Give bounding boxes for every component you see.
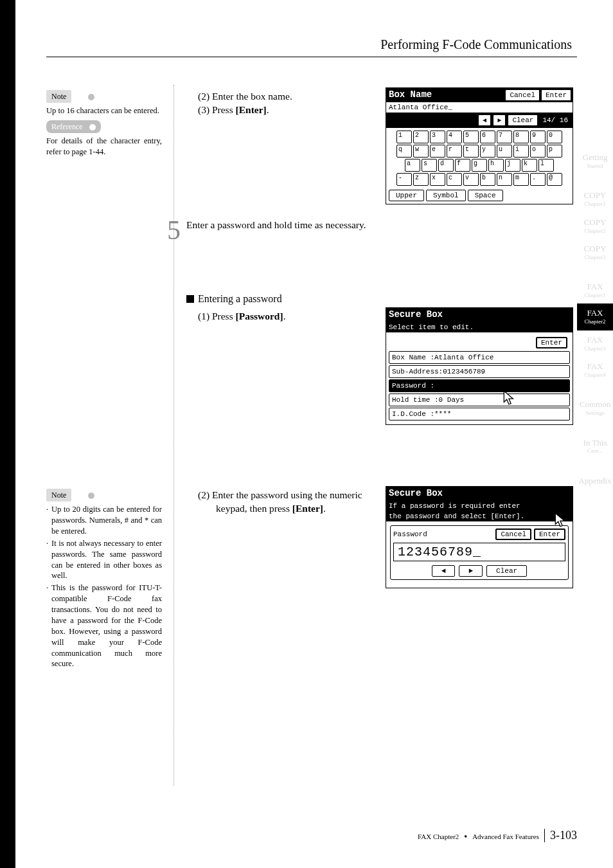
- list-row-boxname[interactable]: Box Name :Atlanta Office: [389, 351, 570, 364]
- cancel-button[interactable]: Cancel: [505, 89, 540, 101]
- key[interactable]: j: [505, 159, 520, 172]
- key[interactable]: n: [497, 173, 512, 186]
- note-pill: Note: [46, 90, 71, 103]
- note-dot-icon: [88, 94, 94, 100]
- cancel-button[interactable]: Cancel: [495, 529, 531, 540]
- key[interactable]: k: [522, 159, 537, 172]
- main-block-4: (2) Enter the password using the numeric…: [186, 489, 379, 516]
- enter-button[interactable]: Enter: [541, 89, 571, 101]
- step5-text: Enter a password and hold time as necess…: [186, 219, 379, 232]
- key[interactable]: 2: [413, 131, 429, 143]
- key[interactable]: c: [447, 173, 462, 186]
- key[interactable]: 3: [430, 131, 445, 143]
- tab-in-this-case[interactable]: In ThisCase...: [577, 433, 613, 460]
- key[interactable]: g: [472, 159, 487, 172]
- symbol-button[interactable]: Symbol: [426, 190, 466, 201]
- nav-right-button[interactable]: ►: [459, 565, 483, 577]
- key[interactable]: 1: [396, 131, 412, 143]
- list-row-password[interactable]: Password :: [389, 379, 570, 392]
- square-bullet-icon: [186, 295, 194, 303]
- key[interactable]: i: [513, 145, 529, 158]
- tab-fax-ch1[interactable]: FAXChapter1: [577, 277, 613, 303]
- panel-sub2: the password and select [Enter].: [386, 511, 573, 521]
- panel-subtitle: Select item to edit.: [386, 322, 573, 332]
- m3-line-a: (1) Press [Password].: [198, 310, 379, 323]
- list-row-holdtime[interactable]: Hold time :0 Days: [389, 393, 570, 406]
- device-panel-secure-box-list: Secure Box Select item to edit. Enter Bo…: [386, 307, 573, 425]
- password-label: Password: [393, 530, 493, 538]
- key[interactable]: l: [538, 159, 554, 172]
- key[interactable]: 4: [447, 131, 462, 143]
- space-button[interactable]: Space: [468, 190, 503, 201]
- sidebar-note-1: Note Up to 16 characters can be entered.…: [46, 90, 162, 158]
- clear-button[interactable]: Clear: [486, 565, 527, 577]
- note1-ref-body: For details of the character entry, refe…: [46, 136, 162, 158]
- key[interactable]: x: [430, 173, 445, 186]
- key[interactable]: f: [455, 159, 470, 172]
- list-row-idcode[interactable]: I.D.Code :****: [389, 408, 570, 420]
- tab-fax-ch3[interactable]: FAXChapter3: [577, 330, 613, 357]
- key[interactable]: u: [497, 145, 512, 158]
- chapter-tabs: GettingStarted COPYChapter1 COPYChapter2…: [577, 148, 613, 491]
- key[interactable]: s: [422, 159, 437, 172]
- enter-button[interactable]: Enter: [534, 529, 565, 540]
- key[interactable]: d: [438, 159, 454, 172]
- key[interactable]: o: [530, 145, 546, 158]
- enter-button[interactable]: Enter: [536, 337, 567, 348]
- key[interactable]: 0: [547, 131, 562, 143]
- key[interactable]: 8: [513, 131, 529, 143]
- key[interactable]: m: [513, 173, 529, 186]
- footer-section: Advanced Fax Features: [472, 833, 539, 840]
- key[interactable]: 5: [463, 131, 479, 143]
- key[interactable]: y: [480, 145, 495, 158]
- key[interactable]: a: [405, 159, 420, 172]
- nav-left-button[interactable]: ◄: [478, 114, 491, 126]
- page-header-title: Performing F-Code Communications: [380, 37, 572, 52]
- key[interactable]: r: [447, 145, 462, 158]
- box-name-display: Atlanta Office_: [386, 102, 573, 113]
- clear-button[interactable]: Clear: [508, 114, 538, 126]
- nav-right-button[interactable]: ►: [493, 114, 506, 126]
- key[interactable]: h: [488, 159, 504, 172]
- upper-button[interactable]: Upper: [389, 190, 424, 201]
- key[interactable]: -: [396, 173, 412, 186]
- key[interactable]: w: [413, 145, 429, 158]
- key[interactable]: .: [530, 173, 546, 186]
- cursor-icon: [501, 390, 518, 406]
- main-block-1: (2) Enter the box name. (3) Press [Enter…: [186, 90, 379, 117]
- page-footer: FAX Chapter2 ● Advanced Fax Features 3-1…: [418, 829, 577, 842]
- nav-left-button[interactable]: ◄: [432, 565, 456, 577]
- key[interactable]: b: [480, 173, 495, 186]
- panel-title: Secure Box: [386, 308, 573, 322]
- key[interactable]: e: [430, 145, 445, 158]
- tab-fax-ch4[interactable]: FAXChapter4: [577, 357, 613, 383]
- panel-sub1: If a password is required enter: [386, 501, 573, 511]
- footer-dot-icon: ●: [464, 833, 467, 839]
- main-block-3: Entering a password (1) Press [Password]…: [186, 292, 379, 323]
- key[interactable]: p: [547, 145, 562, 158]
- key[interactable]: 9: [530, 131, 546, 143]
- note2-b3: This is the password for ITU-T-compatibl…: [51, 583, 162, 669]
- header-rule: [46, 57, 577, 57]
- reference-dot-icon: [89, 124, 96, 131]
- left-arrow-icon: ◄: [441, 567, 446, 575]
- tab-appendix[interactable]: Appendix: [577, 471, 613, 491]
- key[interactable]: t: [463, 145, 479, 158]
- key[interactable]: 6: [480, 131, 495, 143]
- footer-chapter: FAX Chapter2: [418, 833, 459, 840]
- tab-getting-started[interactable]: GettingStarted: [577, 148, 613, 174]
- key[interactable]: z: [413, 173, 429, 186]
- key[interactable]: 7: [497, 131, 512, 143]
- key[interactable]: q: [396, 145, 412, 158]
- tab-copy-ch3[interactable]: COPYChapter3: [577, 239, 613, 266]
- tab-copy-ch1[interactable]: COPYChapter1: [577, 186, 613, 212]
- list-row-subaddress[interactable]: Sub-Address:0123456789: [389, 365, 570, 378]
- tab-copy-ch2[interactable]: COPYChapter2: [577, 213, 613, 239]
- subhead-entering-password: Entering a password: [186, 292, 379, 306]
- footer-page-number: 3-103: [544, 829, 577, 842]
- key[interactable]: @: [547, 173, 562, 186]
- m4-line-a: (2) Enter the password using the numeric…: [198, 489, 379, 516]
- tab-common-settings[interactable]: CommonSettings: [577, 395, 613, 421]
- key[interactable]: v: [463, 173, 479, 186]
- tab-fax-ch2[interactable]: FAXChapter2: [577, 303, 613, 330]
